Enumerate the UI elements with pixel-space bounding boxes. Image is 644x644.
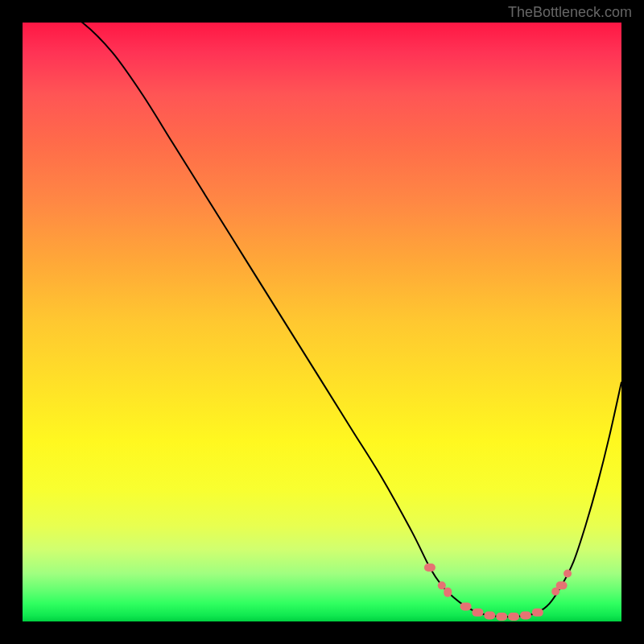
chart-area [23,23,621,621]
data-marker-capsule [496,613,507,621]
data-marker-capsule [484,612,495,620]
data-marker-dot [438,581,446,589]
curve-group [23,23,621,617]
watermark-text: TheBottleneck.com [508,4,632,21]
chart-svg [23,23,621,621]
markers-group [424,564,572,621]
data-marker-capsule [424,564,436,572]
data-marker-capsule [460,602,472,610]
data-marker-dot [564,569,572,577]
data-marker-capsule [520,612,531,620]
data-marker-capsule [472,609,483,617]
data-marker-capsule [508,613,519,621]
data-marker-capsule [532,609,543,617]
data-marker-capsule [556,581,568,589]
data-marker-capsule [444,588,452,597]
bottleneck-curve [23,23,621,617]
